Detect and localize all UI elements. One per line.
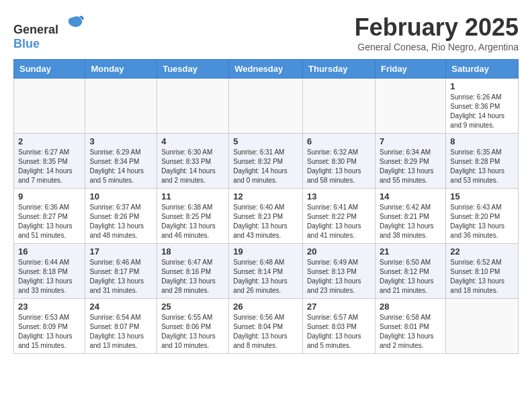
day-number: 4 bbox=[161, 136, 224, 146]
day-info: Sunrise: 6:41 AM Sunset: 8:22 PM Dayligh… bbox=[307, 203, 371, 240]
day-info: Sunrise: 6:35 AM Sunset: 8:28 PM Dayligh… bbox=[450, 148, 514, 185]
day-info: Sunrise: 6:46 AM Sunset: 8:17 PM Dayligh… bbox=[89, 258, 152, 295]
calendar-day-cell: 7Sunrise: 6:34 AM Sunset: 8:29 PM Daylig… bbox=[375, 134, 445, 189]
day-info: Sunrise: 6:30 AM Sunset: 8:33 PM Dayligh… bbox=[161, 148, 224, 185]
day-number: 8 bbox=[450, 136, 514, 146]
day-number: 22 bbox=[450, 246, 514, 257]
day-info: Sunrise: 6:56 AM Sunset: 8:04 PM Dayligh… bbox=[233, 313, 298, 351]
calendar-day-cell: 24Sunrise: 6:54 AM Sunset: 8:07 PM Dayli… bbox=[85, 299, 157, 354]
day-info: Sunrise: 6:54 AM Sunset: 8:07 PM Dayligh… bbox=[89, 313, 152, 351]
day-number: 6 bbox=[307, 136, 371, 146]
calendar-day-cell: 28Sunrise: 6:58 AM Sunset: 8:01 PM Dayli… bbox=[375, 299, 445, 354]
calendar-day-cell bbox=[157, 79, 229, 134]
day-number: 1 bbox=[450, 81, 514, 91]
calendar-day-cell: 15Sunrise: 6:43 AM Sunset: 8:20 PM Dayli… bbox=[446, 189, 519, 244]
calendar-day-cell bbox=[375, 79, 445, 134]
calendar-day-cell: 9Sunrise: 6:36 AM Sunset: 8:27 PM Daylig… bbox=[14, 189, 85, 244]
calendar-day-cell bbox=[303, 79, 375, 134]
calendar-header-wednesday: Wednesday bbox=[229, 60, 303, 79]
day-number: 27 bbox=[307, 302, 371, 312]
day-number: 3 bbox=[89, 136, 152, 146]
day-info: Sunrise: 6:43 AM Sunset: 8:20 PM Dayligh… bbox=[450, 203, 514, 240]
calendar-header-monday: Monday bbox=[85, 60, 157, 79]
location-subtitle: General Conesa, Rio Negro, Argentina bbox=[355, 42, 519, 52]
calendar-day-cell: 13Sunrise: 6:41 AM Sunset: 8:22 PM Dayli… bbox=[303, 189, 375, 244]
day-number: 2 bbox=[18, 136, 81, 146]
day-info: Sunrise: 6:47 AM Sunset: 8:16 PM Dayligh… bbox=[161, 258, 224, 295]
calendar-day-cell bbox=[85, 79, 157, 134]
day-info: Sunrise: 6:50 AM Sunset: 8:12 PM Dayligh… bbox=[380, 258, 441, 295]
calendar-header-tuesday: Tuesday bbox=[157, 60, 229, 79]
day-number: 10 bbox=[89, 191, 152, 201]
day-number: 13 bbox=[307, 191, 371, 201]
day-number: 19 bbox=[233, 246, 298, 257]
calendar-header-friday: Friday bbox=[375, 60, 445, 79]
day-number: 5 bbox=[233, 136, 298, 146]
calendar-week-row: 2Sunrise: 6:27 AM Sunset: 8:35 PM Daylig… bbox=[14, 134, 519, 189]
calendar-week-row: 1Sunrise: 6:26 AM Sunset: 8:36 PM Daylig… bbox=[14, 79, 519, 134]
calendar-day-cell: 17Sunrise: 6:46 AM Sunset: 8:17 PM Dayli… bbox=[85, 244, 157, 299]
calendar-day-cell: 20Sunrise: 6:49 AM Sunset: 8:13 PM Dayli… bbox=[303, 244, 375, 299]
calendar-day-cell: 14Sunrise: 6:42 AM Sunset: 8:21 PM Dayli… bbox=[375, 189, 445, 244]
calendar-day-cell: 25Sunrise: 6:55 AM Sunset: 8:06 PM Dayli… bbox=[157, 299, 229, 354]
day-number: 20 bbox=[307, 246, 371, 257]
calendar-header-sunday: Sunday bbox=[14, 60, 85, 79]
day-number: 28 bbox=[380, 302, 441, 312]
calendar-day-cell: 23Sunrise: 6:53 AM Sunset: 8:09 PM Dayli… bbox=[14, 299, 85, 354]
calendar-table: SundayMondayTuesdayWednesdayThursdayFrid… bbox=[13, 59, 519, 354]
day-info: Sunrise: 6:44 AM Sunset: 8:18 PM Dayligh… bbox=[18, 258, 81, 295]
day-info: Sunrise: 6:40 AM Sunset: 8:23 PM Dayligh… bbox=[233, 203, 298, 240]
calendar-day-cell bbox=[14, 79, 85, 134]
day-info: Sunrise: 6:48 AM Sunset: 8:14 PM Dayligh… bbox=[233, 258, 298, 295]
calendar-day-cell: 21Sunrise: 6:50 AM Sunset: 8:12 PM Dayli… bbox=[375, 244, 445, 299]
day-number: 17 bbox=[89, 246, 152, 257]
calendar-day-cell: 22Sunrise: 6:52 AM Sunset: 8:10 PM Dayli… bbox=[446, 244, 519, 299]
day-number: 16 bbox=[18, 246, 81, 257]
calendar-day-cell: 16Sunrise: 6:44 AM Sunset: 8:18 PM Dayli… bbox=[14, 244, 85, 299]
calendar-day-cell: 8Sunrise: 6:35 AM Sunset: 8:28 PM Daylig… bbox=[446, 134, 519, 189]
day-number: 21 bbox=[380, 246, 441, 257]
day-info: Sunrise: 6:29 AM Sunset: 8:34 PM Dayligh… bbox=[89, 148, 152, 185]
day-info: Sunrise: 6:52 AM Sunset: 8:10 PM Dayligh… bbox=[450, 258, 514, 295]
day-number: 25 bbox=[161, 302, 224, 312]
logo-bird-icon bbox=[64, 13, 85, 34]
title-area: February 2025 General Conesa, Rio Negro,… bbox=[355, 13, 519, 52]
day-info: Sunrise: 6:36 AM Sunset: 8:27 PM Dayligh… bbox=[18, 203, 81, 240]
day-number: 9 bbox=[18, 191, 81, 201]
calendar-day-cell: 12Sunrise: 6:40 AM Sunset: 8:23 PM Dayli… bbox=[229, 189, 303, 244]
day-info: Sunrise: 6:53 AM Sunset: 8:09 PM Dayligh… bbox=[18, 313, 81, 351]
day-info: Sunrise: 6:42 AM Sunset: 8:21 PM Dayligh… bbox=[380, 203, 441, 240]
day-info: Sunrise: 6:49 AM Sunset: 8:13 PM Dayligh… bbox=[307, 258, 371, 295]
day-number: 26 bbox=[233, 302, 298, 312]
day-number: 15 bbox=[450, 191, 514, 201]
day-number: 11 bbox=[161, 191, 224, 201]
calendar-header-saturday: Saturday bbox=[446, 60, 519, 79]
logo: General Blue bbox=[13, 13, 85, 51]
day-info: Sunrise: 6:32 AM Sunset: 8:30 PM Dayligh… bbox=[307, 148, 371, 185]
calendar-day-cell: 19Sunrise: 6:48 AM Sunset: 8:14 PM Dayli… bbox=[229, 244, 303, 299]
calendar-day-cell: 26Sunrise: 6:56 AM Sunset: 8:04 PM Dayli… bbox=[229, 299, 303, 354]
calendar-day-cell: 18Sunrise: 6:47 AM Sunset: 8:16 PM Dayli… bbox=[157, 244, 229, 299]
calendar-day-cell bbox=[446, 299, 519, 354]
calendar-week-row: 9Sunrise: 6:36 AM Sunset: 8:27 PM Daylig… bbox=[14, 189, 519, 244]
day-info: Sunrise: 6:57 AM Sunset: 8:03 PM Dayligh… bbox=[307, 313, 371, 351]
calendar-day-cell: 6Sunrise: 6:32 AM Sunset: 8:30 PM Daylig… bbox=[303, 134, 375, 189]
day-number: 24 bbox=[89, 302, 152, 312]
day-number: 12 bbox=[233, 191, 298, 201]
calendar-day-cell: 11Sunrise: 6:38 AM Sunset: 8:25 PM Dayli… bbox=[157, 189, 229, 244]
day-info: Sunrise: 6:31 AM Sunset: 8:32 PM Dayligh… bbox=[233, 148, 298, 185]
day-info: Sunrise: 6:34 AM Sunset: 8:29 PM Dayligh… bbox=[380, 148, 441, 185]
calendar-header-thursday: Thursday bbox=[303, 60, 375, 79]
header: General Blue February 2025 General Cones… bbox=[13, 13, 519, 52]
calendar-day-cell: 1Sunrise: 6:26 AM Sunset: 8:36 PM Daylig… bbox=[446, 79, 519, 134]
day-number: 18 bbox=[161, 246, 224, 257]
day-number: 7 bbox=[380, 136, 441, 146]
calendar-day-cell: 5Sunrise: 6:31 AM Sunset: 8:32 PM Daylig… bbox=[229, 134, 303, 189]
calendar-day-cell: 4Sunrise: 6:30 AM Sunset: 8:33 PM Daylig… bbox=[157, 134, 229, 189]
calendar-day-cell: 27Sunrise: 6:57 AM Sunset: 8:03 PM Dayli… bbox=[303, 299, 375, 354]
calendar-week-row: 16Sunrise: 6:44 AM Sunset: 8:18 PM Dayli… bbox=[14, 244, 519, 299]
day-info: Sunrise: 6:37 AM Sunset: 8:26 PM Dayligh… bbox=[89, 203, 152, 240]
day-info: Sunrise: 6:26 AM Sunset: 8:36 PM Dayligh… bbox=[450, 93, 514, 130]
day-info: Sunrise: 6:55 AM Sunset: 8:06 PM Dayligh… bbox=[161, 313, 224, 351]
calendar-day-cell bbox=[229, 79, 303, 134]
